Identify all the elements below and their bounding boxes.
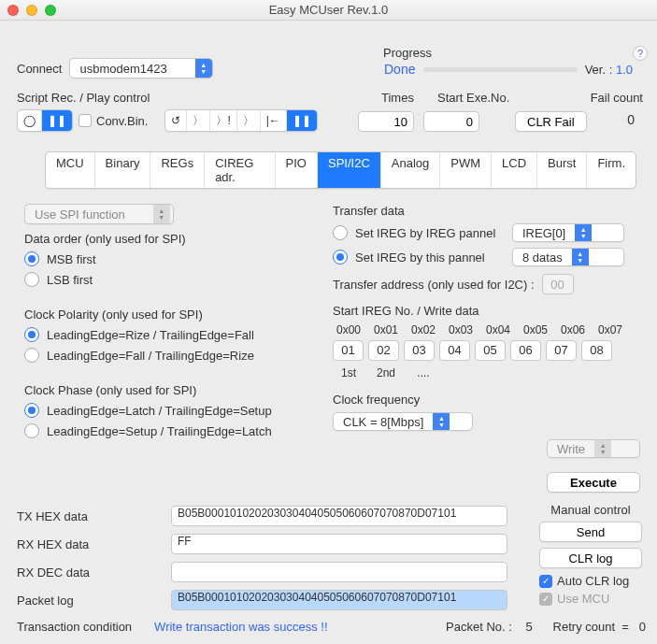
- conv-bin-checkbox[interactable]: Conv.Bin.: [79, 114, 148, 128]
- ireg-headers: 0x000x010x020x030x040x050x060x07: [333, 323, 638, 336]
- script-section: Script Rec. / Play control Times Start E…: [17, 91, 648, 132]
- polarity-fall-rize-radio[interactable]: LeadingEdge=Fall / TrailingEdge=Rize: [24, 348, 305, 363]
- ireg-select[interactable]: IREG[0]: [512, 223, 624, 242]
- chevron-updown-icon: [594, 439, 611, 458]
- tab-pwm[interactable]: PWM: [440, 152, 492, 188]
- ireg-cell[interactable]: 05: [475, 340, 506, 361]
- ireg-cells: 0102030405060708: [333, 340, 638, 361]
- startexe-input[interactable]: [423, 111, 479, 132]
- tab-burst[interactable]: Burst: [537, 152, 587, 188]
- phase-setup-latch-radio[interactable]: LeadingEdge=Setup / TrailingEdge=Latch: [24, 423, 305, 438]
- chevron-updown-icon: [575, 223, 592, 242]
- record-button[interactable]: ◯: [18, 110, 42, 131]
- rx-dec-label: RX DEC data: [17, 565, 171, 580]
- tab-binary[interactable]: Binary: [95, 152, 151, 188]
- ireg-header: 0x07: [594, 323, 626, 336]
- chevron-updown-icon: [153, 204, 170, 224]
- ireg-cell[interactable]: 07: [546, 340, 577, 361]
- ireg-cell[interactable]: 01: [333, 340, 364, 361]
- tab-lcd[interactable]: LCD: [492, 152, 537, 188]
- tab-cireg-adr-[interactable]: CIREG adr.: [205, 152, 275, 188]
- progress-status[interactable]: Done: [383, 62, 416, 77]
- ireg-footer: 1st2nd....: [333, 366, 638, 379]
- progress-bar: [423, 67, 577, 72]
- clr-log-button[interactable]: CLR log: [539, 548, 642, 568]
- window-title: Easy MCUser Rev.1.0: [0, 3, 657, 17]
- times-label: Times: [381, 91, 414, 105]
- tab-spi-i2c[interactable]: SPI/I2C: [318, 152, 381, 188]
- ireg-cell[interactable]: 08: [581, 340, 612, 361]
- clock-phase-label: Clock Phase (only used for SPI): [24, 383, 305, 397]
- progress-label: Progress: [383, 46, 633, 60]
- ireg-header: 0x04: [482, 323, 514, 336]
- spi-function-select[interactable]: Use SPI function: [24, 204, 174, 224]
- play-pause-button[interactable]: ❚❚: [287, 110, 317, 131]
- record-pause-button[interactable]: ❚❚: [42, 110, 72, 131]
- chevron-updown-icon: [433, 412, 450, 431]
- tx-hex-input[interactable]: B05B0001010202030304040505060607070870D0…: [171, 506, 507, 526]
- retry-count: Retry count = 0: [553, 620, 646, 634]
- ireg-header: 0x00: [333, 323, 364, 336]
- data-count-select[interactable]: 8 datas: [512, 248, 624, 266]
- play-step2-button[interactable]: 〉!: [210, 110, 236, 131]
- use-mcu-checkbox: ✓Use MCU: [539, 592, 642, 606]
- tab-mcu[interactable]: MCU: [46, 152, 95, 188]
- play-step1-button[interactable]: 〉: [187, 110, 210, 131]
- progress-section: Progress Done Ver. : 1.0: [383, 46, 633, 77]
- tab-firm-[interactable]: Firm.: [587, 152, 636, 188]
- clr-fail-button[interactable]: CLR Fail: [515, 111, 587, 132]
- rx-hex-label: RX HEX data: [17, 537, 171, 551]
- msb-first-radio[interactable]: MSB first: [24, 251, 305, 266]
- ireg-foot-cell: 1st: [333, 366, 364, 379]
- clock-frequency-label: Clock frequency: [333, 393, 638, 407]
- help-icon[interactable]: ?: [633, 46, 648, 61]
- clock-polarity-label: Clock Polarity (only used for SPI): [24, 308, 305, 322]
- manual-control-section: Manual control Send CLR log ✓Auto CLR lo…: [539, 503, 642, 606]
- transfer-address-label: Transfer address (only used for I2C) :: [333, 278, 535, 292]
- ireg-cell[interactable]: 06: [510, 340, 541, 361]
- play-rewind-button[interactable]: |←: [261, 110, 287, 131]
- times-input[interactable]: [358, 111, 414, 132]
- ireg-cell[interactable]: 03: [404, 340, 435, 361]
- ireg-header: 0x02: [407, 323, 439, 336]
- tab-pio[interactable]: PIO: [276, 152, 318, 188]
- play-controls: ↺ 〉 〉! 〉 |← ❚❚: [164, 109, 317, 132]
- set-ireg-by-ireg-panel-radio[interactable]: Set IREG by IREG pannel IREG[0]: [333, 223, 638, 242]
- set-ireg-by-this-panel-radio[interactable]: Set IREG by this pannel 8 datas: [333, 248, 638, 266]
- transfer-data-label: Transfer data: [333, 204, 638, 218]
- ireg-header: 0x06: [557, 323, 589, 336]
- tab-analog[interactable]: Analog: [381, 152, 440, 188]
- packet-log-label: Packet log: [17, 594, 171, 608]
- clock-frequency-select[interactable]: CLK = 8[Mbps]: [333, 412, 473, 431]
- ireg-foot-cell: ....: [407, 366, 439, 379]
- script-label: Script Rec. / Play control: [17, 91, 150, 105]
- packet-log-input[interactable]: B05B0001010202030304040505060607070870D0…: [171, 590, 507, 610]
- polarity-rize-fall-radio[interactable]: LeadingEdge=Rize / TrailingEdge=Fall: [24, 327, 305, 342]
- failcount-label: Fail count: [591, 91, 643, 105]
- ireg-cell[interactable]: 02: [368, 340, 399, 361]
- lsb-first-radio[interactable]: LSB first: [24, 272, 305, 287]
- transfer-address-input: [542, 274, 574, 294]
- ireg-foot-cell: 2nd: [370, 366, 402, 379]
- tx-hex-label: TX HEX data: [17, 509, 171, 523]
- chevron-updown-icon: [572, 248, 589, 266]
- connect-label: Connect: [17, 62, 62, 76]
- send-button[interactable]: Send: [539, 522, 642, 542]
- footer-row: Transaction condition Write transaction …: [17, 620, 646, 634]
- chevron-updown-icon: [195, 58, 212, 79]
- transaction-condition-value: Write transaction was success !!: [154, 620, 327, 634]
- connect-select[interactable]: usbmodem1423: [69, 58, 212, 79]
- transaction-condition-label: Transaction condition: [17, 620, 132, 634]
- auto-clr-log-checkbox[interactable]: ✓Auto CLR log: [539, 574, 642, 588]
- rx-hex-input[interactable]: FF: [171, 534, 507, 554]
- rx-dec-input[interactable]: [171, 562, 507, 582]
- tabs-section: MCUBinaryREGsCIREG adr.PIOSPI/I2CAnalogP…: [17, 151, 646, 444]
- play-reload-button[interactable]: ↺: [165, 110, 187, 131]
- ireg-cell[interactable]: 04: [439, 340, 470, 361]
- tab-regs[interactable]: REGs: [150, 152, 205, 188]
- phase-latch-setup-radio[interactable]: LeadingEdge=Latch / TrailingEdge=Setup: [24, 403, 305, 418]
- play-step3-button[interactable]: 〉: [237, 110, 261, 131]
- write-mode-select[interactable]: Write: [547, 439, 640, 458]
- titlebar: Easy MCUser Rev.1.0: [0, 0, 657, 21]
- execute-button[interactable]: Execute: [547, 472, 640, 493]
